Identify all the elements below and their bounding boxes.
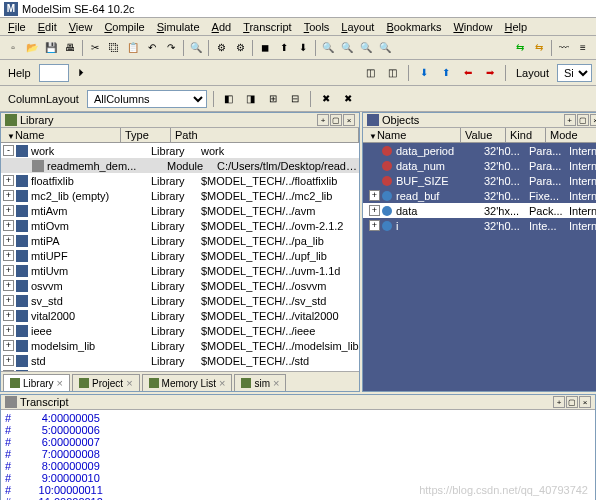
- menu-help[interactable]: Help: [499, 20, 534, 34]
- find-icon[interactable]: 🔍: [187, 39, 205, 57]
- zoom3-icon[interactable]: 🔍: [357, 39, 375, 57]
- col-btn6-icon[interactable]: ✖: [339, 90, 357, 108]
- open-icon[interactable]: 📂: [23, 39, 41, 57]
- tab-sim[interactable]: sim ×: [234, 374, 286, 391]
- tree-toggle-icon[interactable]: +: [3, 190, 14, 201]
- library-row[interactable]: readmemh_dem...ModuleC:/Users/tlm/Deskto…: [1, 158, 359, 173]
- library-row[interactable]: +mtiOvmLibrary$MODEL_TECH/../ovm-2.1.2: [1, 218, 359, 233]
- object-row[interactable]: data_num32'h0...Para...Internal: [363, 158, 596, 173]
- library-row[interactable]: +floatfixlibLibrary$MODEL_TECH/../floatf…: [1, 173, 359, 188]
- tree-toggle-icon[interactable]: +: [3, 280, 14, 291]
- paste-icon[interactable]: 📋: [124, 39, 142, 57]
- col-btn3-icon[interactable]: ⊞: [264, 90, 282, 108]
- objects-col-name[interactable]: ▼Name: [363, 128, 461, 142]
- help-input[interactable]: [39, 64, 69, 82]
- tree-toggle-icon[interactable]: +: [3, 265, 14, 276]
- tree-toggle-icon[interactable]: +: [3, 325, 14, 336]
- trans-dock-icon[interactable]: +: [553, 396, 565, 408]
- tree-toggle-icon[interactable]: +: [3, 340, 14, 351]
- step-up-icon[interactable]: ⬆: [437, 64, 455, 82]
- compile-icon[interactable]: ⚙: [212, 39, 230, 57]
- menu-window[interactable]: Window: [447, 20, 498, 34]
- print-icon[interactable]: 🖶: [61, 39, 79, 57]
- menu-layout[interactable]: Layout: [335, 20, 380, 34]
- tree-toggle-icon[interactable]: +: [3, 220, 14, 231]
- objects-col-kind[interactable]: Kind: [506, 128, 546, 142]
- tree-toggle-icon[interactable]: +: [3, 310, 14, 321]
- menu-edit[interactable]: Edit: [32, 20, 63, 34]
- library-row[interactable]: +mtiPALibrary$MODEL_TECH/../pa_lib: [1, 233, 359, 248]
- redo-icon[interactable]: ↷: [162, 39, 180, 57]
- library-row[interactable]: +ieeeLibrary$MODEL_TECH/../ieee: [1, 323, 359, 338]
- library-row[interactable]: +sv_stdLibrary$MODEL_TECH/../sv_std: [1, 293, 359, 308]
- tree-toggle-icon[interactable]: -: [3, 145, 14, 156]
- menu-compile[interactable]: Compile: [98, 20, 150, 34]
- undo-icon[interactable]: ↶: [143, 39, 161, 57]
- library-row[interactable]: +mtiUvmLibrary$MODEL_TECH/../uvm-1.1d: [1, 263, 359, 278]
- col-btn1-icon[interactable]: ◧: [220, 90, 238, 108]
- obj-dock-icon[interactable]: +: [564, 114, 576, 126]
- stop-icon[interactable]: ◼: [256, 39, 274, 57]
- zoom2-icon[interactable]: 🔍: [338, 39, 356, 57]
- library-col-type[interactable]: Type: [121, 128, 171, 142]
- menu-file[interactable]: File: [2, 20, 32, 34]
- pane-max-icon[interactable]: ▢: [330, 114, 342, 126]
- copy-icon[interactable]: ⿻: [105, 39, 123, 57]
- new-icon[interactable]: ▫: [4, 39, 22, 57]
- menu-view[interactable]: View: [63, 20, 99, 34]
- library-col-path[interactable]: Path: [171, 128, 359, 142]
- tree-toggle-icon[interactable]: +: [3, 355, 14, 366]
- library-row[interactable]: +modelsim_libLibrary$MODEL_TECH/../model…: [1, 338, 359, 353]
- menu-simulate[interactable]: Simulate: [151, 20, 206, 34]
- pane-close-icon[interactable]: ×: [343, 114, 355, 126]
- tree-toggle-icon[interactable]: +: [369, 190, 380, 201]
- library-row[interactable]: +stdLibrary$MODEL_TECH/../std: [1, 353, 359, 368]
- trans-max-icon[interactable]: ▢: [566, 396, 578, 408]
- library-row[interactable]: +mtiUPFLibrary$MODEL_TECH/../upf_lib: [1, 248, 359, 263]
- tree-toggle-icon[interactable]: +: [3, 295, 14, 306]
- menu-transcript[interactable]: Transcript: [237, 20, 298, 34]
- library-row[interactable]: +mtiAvmLibrary$MODEL_TECH/../avm: [1, 203, 359, 218]
- step-down-icon[interactable]: ⬇: [415, 64, 433, 82]
- menu-add[interactable]: Add: [206, 20, 238, 34]
- save-icon[interactable]: 💾: [42, 39, 60, 57]
- objects-col-mode[interactable]: Mode: [546, 128, 596, 142]
- compile-all-icon[interactable]: ⚙: [231, 39, 249, 57]
- trans-close-icon[interactable]: ×: [579, 396, 591, 408]
- library-body[interactable]: -workLibraryworkreadmemh_dem...ModuleC:/…: [1, 143, 359, 371]
- help-go-icon[interactable]: 🞂: [73, 64, 91, 82]
- object-row[interactable]: BUF_SIZE32'h0...Para...Internal: [363, 173, 596, 188]
- tab-library[interactable]: Library ×: [3, 374, 70, 391]
- zoom4-icon[interactable]: 🔍: [376, 39, 394, 57]
- zoom-icon[interactable]: 🔍: [319, 39, 337, 57]
- library-row[interactable]: -workLibrarywork: [1, 143, 359, 158]
- col-btn2-icon[interactable]: ◨: [242, 90, 260, 108]
- menu-tools[interactable]: Tools: [298, 20, 336, 34]
- tree-toggle-icon[interactable]: +: [3, 250, 14, 261]
- wave-icon[interactable]: 〰: [555, 39, 573, 57]
- objects-col-value[interactable]: Value: [461, 128, 506, 142]
- nav2-icon[interactable]: ⇆: [530, 39, 548, 57]
- obj-close-icon[interactable]: ×: [590, 114, 596, 126]
- columnlayout-select[interactable]: AllColumns: [87, 90, 207, 108]
- obj-max-icon[interactable]: ▢: [577, 114, 589, 126]
- object-row[interactable]: +read_buf32'h0...Fixe...Internal: [363, 188, 596, 203]
- tree-toggle-icon[interactable]: +: [369, 220, 380, 231]
- library-row[interactable]: +osvvmLibrary$MODEL_TECH/../osvvm: [1, 278, 359, 293]
- menu-bookmarks[interactable]: Bookmarks: [380, 20, 447, 34]
- filter1-icon[interactable]: ◫: [362, 64, 380, 82]
- filter2-icon[interactable]: ◫: [384, 64, 402, 82]
- library-col-name[interactable]: ▼Name: [1, 128, 121, 142]
- step-left-icon[interactable]: ⬅: [459, 64, 477, 82]
- library-row[interactable]: +vital2000Library$MODEL_TECH/../vital200…: [1, 308, 359, 323]
- object-row[interactable]: +i32'h0...Inte...Internal: [363, 218, 596, 233]
- object-row[interactable]: +data32'hx...Pack...Internal: [363, 203, 596, 218]
- nav1-icon[interactable]: ⇆: [511, 39, 529, 57]
- tab-project[interactable]: Project ×: [72, 374, 140, 391]
- list-icon[interactable]: ≡: [574, 39, 592, 57]
- pane-dock-icon[interactable]: +: [317, 114, 329, 126]
- down-icon[interactable]: ⬇: [294, 39, 312, 57]
- objects-body[interactable]: data_period32'h0...Para...Internaldata_n…: [363, 143, 596, 391]
- library-row[interactable]: +mc2_lib (empty)Library$MODEL_TECH/../mc…: [1, 188, 359, 203]
- col-btn5-icon[interactable]: ✖: [317, 90, 335, 108]
